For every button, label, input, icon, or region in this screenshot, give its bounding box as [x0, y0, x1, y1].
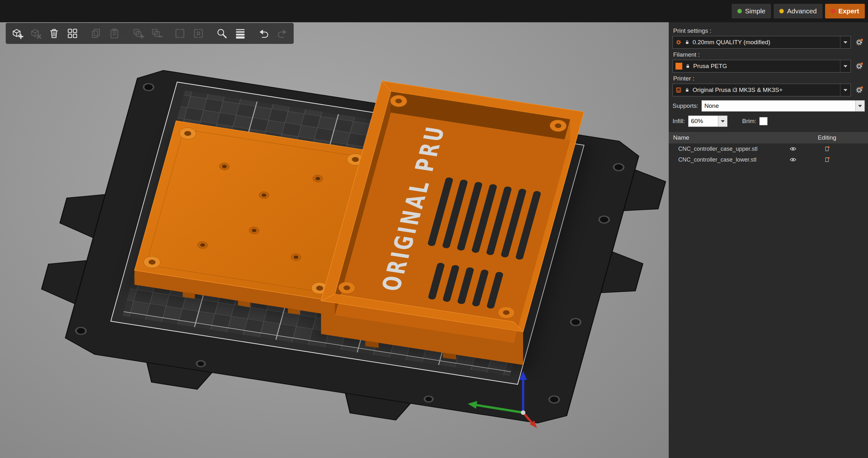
- supports-combo[interactable]: None: [702, 100, 865, 112]
- copy-button[interactable]: [87, 24, 105, 42]
- split-parts-icon: [192, 27, 205, 40]
- object-name: CNC_controller_case_lower.stl: [669, 156, 786, 163]
- print-settings-value: 0.20mm QUALITY (modified): [692, 39, 837, 46]
- add-object-icon: [11, 27, 24, 40]
- object-settings-button[interactable]: [800, 154, 854, 165]
- infill-label: Infill:: [673, 118, 685, 125]
- redo-button[interactable]: [273, 24, 291, 42]
- add-instance-icon: [132, 27, 144, 40]
- mode-advanced-button[interactable]: Advanced: [774, 4, 822, 19]
- delete-all-button[interactable]: [45, 24, 63, 42]
- brim-label: Brim:: [742, 118, 756, 125]
- editing-column-header: Editing: [800, 134, 854, 141]
- lock-icon: [685, 40, 690, 45]
- visibility-toggle-button[interactable]: [786, 143, 800, 154]
- object-settings-button[interactable]: [800, 143, 854, 154]
- cog-icon: [855, 38, 863, 47]
- main-toolbar: [6, 23, 294, 44]
- simple-mode-dot-icon: [737, 9, 742, 13]
- object-row-lower-case[interactable]: CNC_controller_case_lower.stl: [669, 154, 868, 165]
- chevron-down-icon: [840, 84, 850, 96]
- add-object-button[interactable]: [8, 24, 26, 42]
- mode-advanced-label: Advanced: [787, 7, 816, 15]
- paste-icon: [108, 27, 121, 40]
- layer-height-icon: [234, 27, 247, 40]
- infill-combo[interactable]: 60%: [688, 115, 727, 127]
- chevron-down-icon: [718, 116, 727, 126]
- cog-icon: [855, 86, 863, 94]
- scene-canvas[interactable]: ORIGINAL PRU: [0, 22, 669, 458]
- origin-dot: [521, 410, 525, 415]
- printer-combo[interactable]: Original Prusa i3 MK3S & MK3S+: [673, 84, 851, 96]
- undo-icon: [257, 27, 270, 40]
- edit-print-settings-button[interactable]: [854, 36, 865, 48]
- viewport-3d[interactable]: ORIGINAL PRU: [0, 22, 669, 458]
- delete-object-button[interactable]: [27, 24, 44, 42]
- printer-value: Original Prusa i3 MK3S & MK3S+: [692, 87, 837, 93]
- lock-icon: [685, 64, 690, 69]
- delete-object-icon: [29, 27, 42, 40]
- mode-simple-button[interactable]: Simple: [732, 4, 771, 19]
- printer-label: Printer :: [673, 75, 865, 82]
- search-button[interactable]: [213, 24, 231, 42]
- gear-icon: [675, 39, 682, 46]
- trash-icon: [48, 27, 60, 40]
- arrange-icon: [66, 27, 79, 40]
- variable-layer-height-button[interactable]: [231, 24, 249, 42]
- paste-button[interactable]: [105, 24, 123, 42]
- object-list: Name Editing CNC_controller_case_upper.s…: [669, 132, 868, 165]
- infill-value: 60%: [688, 118, 718, 125]
- filament-value: Prusa PETG: [693, 63, 837, 70]
- mode-expert-button[interactable]: Expert: [825, 4, 865, 19]
- split-to-parts-button[interactable]: [189, 24, 207, 42]
- lock-icon: [685, 87, 690, 92]
- object-settings-icon: [824, 156, 830, 163]
- split-to-objects-button[interactable]: [171, 24, 189, 42]
- search-icon: [216, 27, 228, 40]
- object-name: CNC_controller_case_upper.stl: [669, 146, 786, 152]
- remove-instance-button[interactable]: [148, 24, 165, 42]
- expert-mode-dot-icon: [831, 9, 835, 13]
- filament-color-swatch: [675, 63, 682, 70]
- edit-printer-button[interactable]: [854, 84, 865, 96]
- supports-value: None: [702, 103, 855, 109]
- redo-icon: [276, 27, 288, 40]
- mode-simple-label: Simple: [745, 7, 765, 15]
- filament-combo[interactable]: Prusa PETG: [673, 60, 851, 73]
- object-list-header: Name Editing: [669, 132, 868, 143]
- eye-icon: [789, 156, 797, 163]
- supports-label: Supports:: [673, 103, 698, 109]
- print-settings-combo[interactable]: 0.20mm QUALITY (modified): [673, 36, 851, 49]
- arrange-button[interactable]: [64, 24, 81, 42]
- add-instance-button[interactable]: [129, 24, 147, 42]
- chevron-down-icon: [840, 36, 850, 48]
- brim-checkbox[interactable]: [759, 117, 768, 125]
- advanced-mode-dot-icon: [779, 9, 784, 13]
- chevron-down-icon: [855, 101, 865, 111]
- topbar: Simple Advanced Expert: [0, 0, 868, 22]
- split-objects-icon: [174, 27, 186, 40]
- visibility-toggle-button[interactable]: [786, 154, 800, 165]
- object-row-upper-case[interactable]: CNC_controller_case_upper.stl: [669, 143, 868, 154]
- copy-icon: [90, 27, 102, 40]
- chevron-down-icon: [840, 60, 850, 72]
- print-settings-label: Print settings :: [673, 27, 865, 34]
- printer-icon: [675, 87, 682, 93]
- filament-label: Filament :: [673, 51, 865, 58]
- edit-filament-button[interactable]: [854, 60, 865, 72]
- undo-button[interactable]: [255, 24, 273, 42]
- object-settings-icon: [824, 146, 830, 152]
- name-column-header: Name: [669, 134, 786, 141]
- eye-icon: [789, 145, 797, 152]
- cog-icon: [855, 62, 863, 70]
- remove-instance-icon: [150, 27, 163, 40]
- settings-sidebar: Print settings : 0.20mm QUALITY (modifie…: [669, 22, 868, 458]
- mode-expert-label: Expert: [838, 7, 859, 15]
